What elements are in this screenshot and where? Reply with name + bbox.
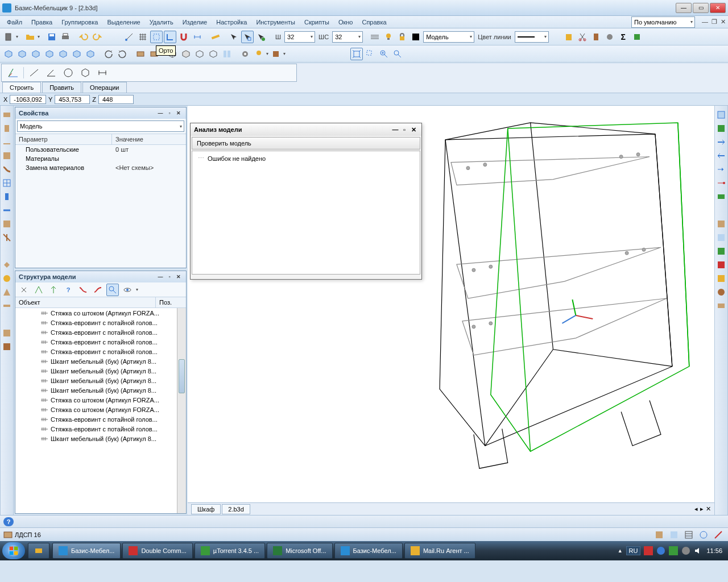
save-button[interactable] [46, 31, 58, 43]
lstrip-2[interactable] [1, 123, 13, 134]
structure-item[interactable]: Шкант мебельный (бук) (Артикул 8... [15, 434, 186, 443]
struct-tool-3[interactable] [47, 284, 60, 296]
mdi-restore-icon[interactable]: ❐ [712, 18, 717, 26]
struct-tool-1[interactable] [18, 284, 30, 296]
status-icon-5[interactable] [712, 529, 725, 541]
tab-edit[interactable]: Править [42, 82, 81, 93]
coord-y-value[interactable]: 453,753 [55, 95, 90, 104]
lstrip-15[interactable] [1, 327, 13, 339]
dialog-min-icon[interactable]: — [391, 126, 400, 133]
wire-4[interactable] [207, 48, 220, 60]
undo-button[interactable] [77, 31, 90, 43]
rstrip-12[interactable] [715, 273, 727, 284]
vtab-2[interactable]: 2.b3d [222, 504, 250, 514]
close-button[interactable]: ✕ [710, 3, 726, 13]
structure-item[interactable]: Стяжка со штоком (Артикул FORZA... [15, 405, 186, 414]
linecolor-combo[interactable] [515, 31, 549, 43]
maximize-button[interactable]: ▭ [693, 3, 709, 13]
lstrip-8[interactable] [1, 205, 13, 216]
lstrip-10[interactable] [1, 232, 13, 243]
struct-tool-4[interactable]: ? [62, 284, 75, 296]
sigma-button[interactable]: Σ [617, 31, 630, 43]
structure-item[interactable]: Стяжка-евровинт с потайной голов... [15, 414, 186, 424]
zoom-in-button[interactable] [378, 48, 390, 60]
structure-item[interactable]: Стяжка-евровинт с потайной голов... [15, 327, 186, 337]
property-row[interactable]: Пользовательские0 шт [15, 145, 186, 154]
tray-icon-3[interactable] [669, 546, 678, 555]
lstrip-6[interactable] [1, 177, 13, 189]
menu-scripts[interactable]: Скрипты [300, 17, 334, 27]
lstrip-14[interactable] [1, 300, 13, 311]
cube-2[interactable] [16, 48, 28, 60]
puzzle-button[interactable] [631, 31, 643, 43]
h-dim-button[interactable] [96, 66, 109, 79]
line-button[interactable] [27, 66, 41, 79]
start-button[interactable] [2, 542, 25, 559]
structure-item[interactable]: Шкант мебельный (бук) (Артикул 8... [15, 356, 186, 366]
hexagon-button[interactable] [78, 66, 92, 79]
menu-delete[interactable]: Удалить [145, 17, 178, 27]
properties-combo[interactable]: Модель [17, 120, 184, 132]
width-combo[interactable]: 32 [284, 31, 315, 43]
structure-item[interactable]: Шкант мебельный (бук) (Артикул 8... [15, 366, 186, 376]
structure-item[interactable]: Стяжка-евровинт с потайной голов... [15, 347, 186, 356]
tab-close-icon[interactable]: ✕ [706, 505, 711, 513]
taskbar-item[interactable]: µTorrent 3.4.5 ... [195, 543, 265, 559]
menu-window[interactable]: Окно [334, 17, 358, 27]
cube-7[interactable] [84, 48, 97, 60]
dialog-max-icon[interactable]: ▫ [400, 126, 409, 133]
taskbar-item[interactable]: Microsoft Off... [267, 543, 332, 559]
mdi-minimize-icon[interactable]: — [702, 18, 708, 26]
rstrip-6[interactable] [715, 177, 727, 189]
rstrip-4[interactable] [715, 150, 727, 161]
coord-z-value[interactable]: 448 [98, 95, 134, 104]
structure-item[interactable]: Шкант мебельный (бук) (Артикул 8... [15, 376, 186, 385]
magnet-button[interactable] [177, 31, 190, 43]
task-pin-1[interactable] [28, 543, 49, 559]
wire-2[interactable] [180, 48, 192, 60]
structure-item[interactable]: Стяжка-евровинт с потайной голов... [15, 337, 186, 347]
help-icon[interactable]: ? [3, 517, 14, 526]
tray-icon-1[interactable] [644, 546, 653, 555]
minimize-button[interactable]: — [676, 3, 692, 13]
cut-button[interactable] [576, 31, 589, 43]
menu-product[interactable]: Изделие [178, 17, 212, 27]
spanel-min-icon[interactable]: — [156, 273, 164, 281]
cube-3[interactable] [30, 48, 42, 60]
ws-combo[interactable]: 32 [332, 31, 363, 43]
menu-select[interactable]: Выделение [102, 17, 144, 27]
status-icon-2[interactable] [668, 529, 680, 541]
zoom-extents-button[interactable] [350, 48, 363, 60]
taskbar-item[interactable]: Double Comm... [122, 543, 192, 559]
dialog-close-icon[interactable]: ✕ [409, 126, 418, 134]
lstrip-9[interactable] [1, 218, 13, 230]
tray-up-icon[interactable]: ▲ [618, 548, 623, 554]
lstrip-3[interactable] [1, 136, 13, 148]
cube-5[interactable] [57, 48, 69, 60]
panel-max-icon[interactable]: ▫ [166, 109, 173, 117]
lstrip-5[interactable] [1, 164, 13, 175]
snap-endpoint-button[interactable] [123, 31, 135, 43]
structure-item[interactable]: Стяжка со штоком (Артикул FORZA... [15, 395, 186, 405]
tab-prev-icon[interactable]: ◂ [694, 505, 698, 513]
structure-list[interactable]: Стяжка со штоком (Артикул FORZA...Стяжка… [15, 308, 186, 513]
cube-6[interactable] [71, 48, 83, 60]
linetype-button[interactable] [369, 31, 381, 43]
rstrip-10[interactable] [715, 246, 727, 257]
menu-file[interactable]: Файл [2, 17, 27, 27]
spanel-close-icon[interactable]: ✕ [175, 273, 183, 281]
new-button[interactable] [2, 31, 15, 43]
lstrip-7[interactable] [1, 191, 13, 202]
rotate-ccw-button[interactable] [102, 48, 115, 60]
rstrip-2[interactable] [715, 123, 727, 134]
tab-next-icon[interactable]: ▸ [700, 505, 704, 513]
check-model-button[interactable]: Проверить модель [192, 137, 420, 149]
structure-item[interactable]: Стяжка-евровинт с потайной голов... [15, 318, 186, 327]
angle-button[interactable] [44, 66, 58, 79]
status-icon-3[interactable] [682, 529, 695, 541]
struct-tool-6[interactable] [92, 284, 104, 296]
struct-tool-2[interactable] [32, 284, 45, 296]
rstrip-9[interactable] [715, 232, 727, 243]
language-indicator[interactable]: RU [626, 546, 641, 555]
tray-icon-2[interactable] [656, 546, 665, 555]
